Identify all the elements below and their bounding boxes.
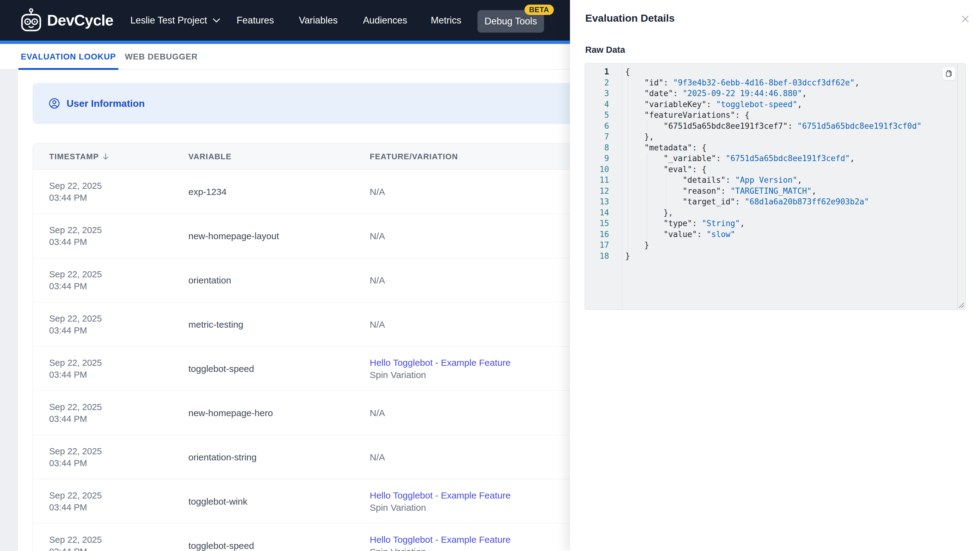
code-line: "details": "App Version", bbox=[625, 175, 922, 186]
feature-variation-cell: N/A bbox=[370, 435, 385, 479]
timestamp-cell: Sep 22, 202503:44 PM bbox=[49, 401, 102, 425]
code-line: } bbox=[625, 240, 922, 251]
code-line: "_variable": "6751d5a65bdc8ee191f3cefd", bbox=[625, 153, 922, 164]
raw-data-label: Raw Data bbox=[585, 45, 625, 55]
variable-cell: orientation bbox=[188, 258, 231, 302]
devcycle-app: DevCycle Leslie Test Project FeaturesVar… bbox=[0, 0, 980, 551]
code-line: "date": "2025-09-22 19:44:46.880", bbox=[625, 88, 922, 99]
variation-name: Spin Variation bbox=[370, 546, 511, 551]
variable-cell: new-homepage-layout bbox=[188, 214, 279, 258]
na-value: N/A bbox=[370, 214, 385, 258]
resize-handle[interactable] bbox=[956, 300, 964, 308]
table-header-row: TIMESTAMP VARIABLE FEATURE/VARIATION bbox=[33, 143, 585, 170]
table-row[interactable]: Sep 22, 202503:44 PMtogglebot-winkHello … bbox=[33, 479, 585, 524]
raw-data-json: { "id": "9f3e4b32-6ebb-4d16-8bef-03dccf3… bbox=[625, 67, 922, 262]
na-value: N/A bbox=[370, 170, 385, 214]
variable-cell: exp-1234 bbox=[188, 170, 226, 214]
code-line: "6751d5a65bdc8ee191f3cef7": "6751d5a65bd… bbox=[625, 121, 922, 132]
brand-home-link[interactable]: DevCycle bbox=[19, 0, 113, 41]
variable-cell: togglebot-speed bbox=[188, 346, 254, 391]
close-icon[interactable] bbox=[960, 13, 971, 24]
nav-item-audiences[interactable]: Audiences bbox=[363, 0, 407, 41]
code-line: "value": "slow" bbox=[625, 229, 922, 240]
variable-cell: togglebot-wink bbox=[188, 479, 247, 524]
code-line: "eval": { bbox=[625, 164, 922, 175]
debug-tools-label: Debug Tools bbox=[485, 16, 537, 27]
nav-item-metrics[interactable]: Metrics bbox=[431, 0, 461, 41]
table-row[interactable]: Sep 22, 202503:44 PMnew-homepage-layoutN… bbox=[33, 214, 585, 258]
code-line: "metadata": { bbox=[625, 143, 922, 154]
beta-badge: BETA bbox=[525, 5, 554, 15]
banner-label: User Information bbox=[67, 98, 145, 109]
code-line: "featureVariations": { bbox=[625, 110, 922, 121]
raw-data-code-editor[interactable]: 123456789101112131415161718 { "id": "9f3… bbox=[585, 63, 966, 310]
table-row[interactable]: Sep 22, 202503:44 PMexp-1234N/A bbox=[33, 170, 585, 214]
code-line: "id": "9f3e4b32-6ebb-4d16-8bef-03dccf3df… bbox=[625, 78, 922, 89]
copy-button[interactable] bbox=[942, 67, 956, 80]
code-line-numbers: 123456789101112131415161718 bbox=[585, 64, 622, 310]
chevron-down-icon bbox=[213, 18, 220, 23]
code-line: "reason": "TARGETING_MATCH", bbox=[625, 186, 922, 197]
feature-variation-cell: Hello Togglebot - Example FeatureSpin Va… bbox=[370, 346, 511, 391]
variable-cell: metric-testing bbox=[188, 302, 243, 346]
tab-evaluation-lookup[interactable]: EVALUATION LOOKUP bbox=[18, 44, 118, 70]
table-row[interactable]: Sep 22, 202503:44 PMorientation-stringN/… bbox=[33, 435, 585, 479]
feature-link[interactable]: Hello Togglebot - Example Feature bbox=[370, 489, 511, 502]
feature-variation-cell: Hello Togglebot - Example FeatureSpin Va… bbox=[370, 479, 511, 524]
variation-name: Spin Variation bbox=[370, 369, 511, 381]
timestamp-cell: Sep 22, 202503:44 PM bbox=[49, 313, 102, 337]
code-line: "target_id": "68d1a6a20b873ff62e903b2a" bbox=[625, 197, 922, 208]
feature-variation-cell: N/A bbox=[370, 391, 385, 435]
timestamp-cell: Sep 22, 202503:44 PM bbox=[49, 268, 102, 292]
nav-item-features[interactable]: Features bbox=[237, 0, 274, 41]
nav-item-variables[interactable]: Variables bbox=[299, 0, 338, 41]
feature-variation-cell: N/A bbox=[370, 170, 385, 214]
evaluations-table: TIMESTAMP VARIABLE FEATURE/VARIATION Sep… bbox=[33, 143, 585, 551]
code-line: "type": "String", bbox=[625, 218, 922, 229]
copy-icon bbox=[945, 70, 953, 78]
brand-name: DevCycle bbox=[47, 11, 113, 29]
project-selector[interactable]: Leslie Test Project bbox=[130, 0, 220, 41]
feature-variation-cell: N/A bbox=[370, 302, 385, 346]
timestamp-cell: Sep 22, 202503:44 PM bbox=[49, 445, 102, 469]
na-value: N/A bbox=[370, 435, 385, 479]
feature-link[interactable]: Hello Togglebot - Example Feature bbox=[370, 357, 511, 369]
timestamp-cell: Sep 22, 202503:44 PM bbox=[49, 357, 102, 381]
column-header-feature-variation[interactable]: FEATURE/VARIATION bbox=[370, 143, 458, 170]
table-body: Sep 22, 202503:44 PMexp-1234N/ASep 22, 2… bbox=[33, 170, 585, 551]
timestamp-cell: Sep 22, 202503:44 PM bbox=[49, 180, 102, 204]
panel-title: Evaluation Details bbox=[585, 12, 675, 24]
variation-name: Spin Variation bbox=[370, 502, 511, 514]
table-row[interactable]: Sep 22, 202503:44 PMtogglebot-speedHello… bbox=[33, 524, 585, 551]
column-header-timestamp[interactable]: TIMESTAMP bbox=[49, 143, 109, 170]
page-left-margin bbox=[0, 70, 18, 551]
user-circle-icon bbox=[49, 98, 60, 109]
variable-cell: new-homepage-hero bbox=[188, 391, 273, 435]
user-information-banner[interactable]: User Information bbox=[33, 83, 585, 124]
column-header-variable[interactable]: VARIABLE bbox=[188, 143, 231, 170]
table-row[interactable]: Sep 22, 202503:44 PMmetric-testingN/A bbox=[33, 302, 585, 346]
na-value: N/A bbox=[370, 258, 385, 302]
devcycle-logo-icon bbox=[19, 8, 43, 33]
code-line: }, bbox=[625, 132, 922, 143]
tab-web-debugger[interactable]: WEB DEBUGGER bbox=[123, 44, 200, 70]
table-row[interactable]: Sep 22, 202503:44 PMtogglebot-speedHello… bbox=[33, 346, 585, 391]
feature-variation-cell: N/A bbox=[370, 258, 385, 302]
feature-link[interactable]: Hello Togglebot - Example Feature bbox=[370, 534, 511, 546]
table-row[interactable]: Sep 22, 202503:44 PMnew-homepage-heroN/A bbox=[33, 391, 585, 435]
nav-item-debug-tools[interactable]: Debug Tools BETA bbox=[477, 10, 544, 33]
variable-cell: orientation-string bbox=[188, 435, 256, 479]
variable-cell: togglebot-speed bbox=[188, 524, 254, 551]
code-line: } bbox=[625, 251, 922, 262]
timestamp-cell: Sep 22, 202503:44 PM bbox=[49, 534, 102, 551]
tabs-bar: EVALUATION LOOKUPWEB DEBUGGER bbox=[0, 44, 570, 70]
na-value: N/A bbox=[370, 302, 385, 346]
feature-variation-cell: Hello Togglebot - Example FeatureSpin Va… bbox=[370, 524, 511, 551]
timestamp-cell: Sep 22, 202503:44 PM bbox=[49, 224, 102, 248]
timestamp-cell: Sep 22, 202503:44 PM bbox=[49, 490, 102, 513]
code-line: { bbox=[625, 67, 922, 78]
feature-variation-cell: N/A bbox=[370, 214, 385, 258]
evaluation-details-panel: Evaluation Details Raw Data 123456789101… bbox=[570, 0, 980, 551]
table-row[interactable]: Sep 22, 202503:44 PMorientationN/A bbox=[33, 258, 585, 302]
na-value: N/A bbox=[370, 391, 385, 435]
